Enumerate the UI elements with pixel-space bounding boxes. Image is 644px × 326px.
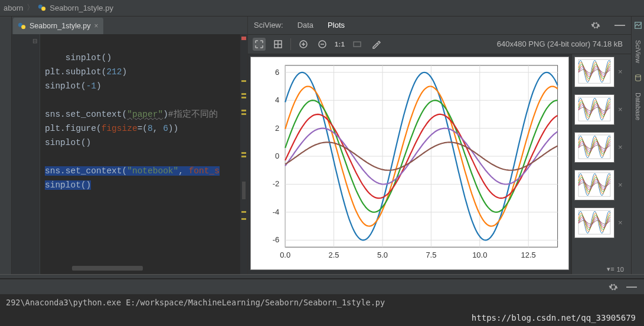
rail-label-sciview[interactable]: SciView <box>635 40 642 63</box>
svg-text:2.5: 2.5 <box>329 251 339 259</box>
svg-text:0.0: 0.0 <box>280 251 290 259</box>
actual-size-button[interactable]: 1:1 <box>335 41 345 48</box>
close-icon[interactable]: × <box>94 22 99 30</box>
separator <box>290 38 291 50</box>
editor-gutter: ⊟ <box>12 34 40 274</box>
rail-label-database[interactable]: Database <box>635 93 642 120</box>
code-editor[interactable]: sinplot() plt.subplot(212) sinplot(-1) s… <box>40 34 247 274</box>
editor-tabs: Seaborn_1style.py × <box>12 17 247 34</box>
python-file-icon <box>18 22 26 30</box>
close-icon[interactable]: × <box>618 180 623 189</box>
svg-text:-4: -4 <box>273 208 279 216</box>
thumbnail-list: × × × × × ▾≡10 <box>571 54 631 274</box>
svg-text:10.0: 10.0 <box>472 251 487 259</box>
close-icon[interactable]: × <box>618 218 623 227</box>
svg-text:7.5: 7.5 <box>426 251 436 259</box>
svg-rect-7 <box>354 42 361 47</box>
left-rail <box>0 17 12 274</box>
svg-text:-2: -2 <box>273 179 279 188</box>
zoom-in-button[interactable] <box>297 38 310 51</box>
tab-plots[interactable]: Plots <box>328 21 345 29</box>
svg-point-41 <box>635 75 640 77</box>
close-icon[interactable]: × <box>618 143 623 152</box>
crumb-file[interactable]: Seaborn_1style.py <box>50 4 113 12</box>
sciview-panel: SciView: Data Plots — 1:1 640x480 PNG (2… <box>248 17 631 274</box>
bounds-button[interactable] <box>351 38 364 51</box>
grid-button[interactable] <box>272 38 285 51</box>
fold-icon[interactable]: ⊟ <box>32 38 37 44</box>
thumbnail-count: ▾≡10 <box>574 265 629 273</box>
terminal-output[interactable]: 292\Anaconda3\python.exe E:/workspace/Ma… <box>0 294 644 326</box>
h-scrollbar[interactable] <box>72 266 143 271</box>
right-rail: SciView Database <box>631 17 644 274</box>
zoom-out-button[interactable] <box>316 38 329 51</box>
plot-image: 0.02.55.07.510.012.5-6-4-20246 <box>250 57 569 270</box>
breadcrumb: aborn 〉 Seaborn_1style.py <box>0 0 644 17</box>
svg-point-3 <box>21 25 25 29</box>
tab-label: Seaborn_1style.py <box>30 22 91 30</box>
minimize-icon[interactable]: — <box>614 19 625 31</box>
crumb-parent[interactable]: aborn <box>4 4 23 12</box>
sciview-header: SciView: Data Plots — <box>248 17 631 34</box>
sciview-title: SciView: <box>254 21 283 29</box>
watermark: https://blog.csdn.net/qq_33905679 <box>472 313 636 322</box>
tab-data[interactable]: Data <box>298 21 313 29</box>
editor-panel: Seaborn_1style.py × ⊟ sinplot() plt.subp… <box>12 17 248 274</box>
thumbnail-item[interactable]: × <box>574 132 629 163</box>
thumbnail-item[interactable]: × <box>574 208 629 238</box>
close-icon[interactable]: × <box>618 105 623 114</box>
terminal-line: 292\Anaconda3\python.exe E:/workspace/Ma… <box>6 298 385 307</box>
svg-text:12.5: 12.5 <box>521 251 536 259</box>
plot-toolbar: 1:1 640x480 PNG (24-bit color) 74.18 kB <box>248 34 631 54</box>
crumb-sep: 〉 <box>27 2 34 13</box>
gear-icon[interactable] <box>591 21 600 30</box>
thumbnail-item[interactable]: × <box>574 57 629 87</box>
svg-text:6: 6 <box>275 68 279 77</box>
gear-icon[interactable] <box>609 282 618 292</box>
svg-text:4: 4 <box>275 96 279 104</box>
terminal-toolbar: — <box>0 279 644 294</box>
panel-splitter[interactable] <box>0 274 644 279</box>
editor-tab-active[interactable]: Seaborn_1style.py × <box>13 18 103 34</box>
fit-window-button[interactable] <box>253 38 266 51</box>
svg-text:2: 2 <box>275 124 279 133</box>
close-icon[interactable]: × <box>618 67 623 76</box>
thumbnail-item[interactable]: × <box>574 170 629 200</box>
svg-text:-6: -6 <box>273 235 279 244</box>
plot-viewport[interactable]: 0.02.55.07.510.012.5-6-4-20246 <box>248 54 571 274</box>
svg-text:5.0: 5.0 <box>377 251 388 259</box>
svg-text:0: 0 <box>275 152 279 160</box>
database-icon[interactable] <box>634 74 642 82</box>
color-picker-button[interactable] <box>370 38 383 51</box>
python-file-icon <box>38 4 46 12</box>
minimize-icon[interactable]: — <box>626 281 637 293</box>
image-meta: 640x480 PNG (24-bit color) 74.18 kB <box>497 39 626 48</box>
thumbnail-item[interactable]: × <box>574 94 629 125</box>
sciview-icon[interactable] <box>634 21 642 29</box>
error-stripe[interactable] <box>240 34 247 274</box>
svg-point-1 <box>41 7 45 11</box>
